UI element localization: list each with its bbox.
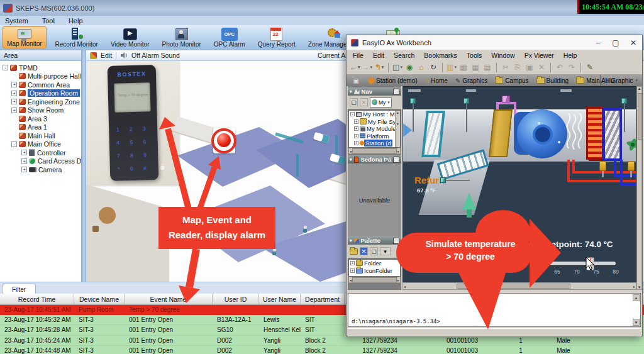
home-icon[interactable]: ⌂ [416,62,426,72]
scope-select[interactable]: My ▾ [370,97,392,108]
col-department[interactable]: Department [301,294,345,304]
tree-item-area-1[interactable]: Area 1 [0,123,81,132]
col-user-id[interactable]: User ID [213,294,259,304]
toolbar-query-report[interactable]: 22 Query Report [254,26,299,48]
save-icon[interactable]: ▦ [458,62,469,72]
workbench-title-bar[interactable]: EasyIO Ax Workbench – ▢ ✕ [347,35,642,50]
crumb-building[interactable]: Building [536,77,569,84]
crumb-home[interactable]: ⌂Home [425,77,448,84]
maximize-button[interactable]: ▢ [607,35,625,50]
paste-icon[interactable]: ▣ [525,62,535,72]
table-row[interactable]: 23-Aug-17 10:44:48 AMSIT-3001 Entry Open… [0,346,644,354]
tree-item-tpmd[interactable]: -TPMD [0,64,81,72]
col-user-name[interactable]: User Name [259,294,301,304]
graphic-hscrollbar[interactable]: ◂▸ [402,282,636,290]
wb-menu-edit[interactable]: Edit [373,52,384,59]
graphic-vscrollbar[interactable]: ▲▼ [636,86,642,290]
back-icon[interactable]: ←▾ [350,62,360,72]
menu-help[interactable]: Help [69,17,83,25]
tree-item-controller[interactable]: +Controller [0,148,81,157]
refresh-icon[interactable]: ↻ [428,62,438,72]
chevron-down-icon[interactable]: ▾ [387,100,390,105]
palette-hscrollbar[interactable]: ◂▸ [348,277,401,283]
tree-item-camera[interactable]: +Camera [0,165,81,174]
nav-item-my-host[interactable]: -My Host : Mar [349,111,400,118]
close-palette-icon[interactable]: ✕ [360,247,368,255]
side-panel-icon[interactable]: ◫▾ [392,62,402,72]
col-event-name[interactable]: Event Name [125,294,213,304]
tree-item-main-hall[interactable]: Main Hall [0,131,81,140]
panel-splitter[interactable] [82,50,86,282]
tree-item-main-office[interactable]: -Main Office [0,140,81,149]
toolbar-opc-alarm[interactable]: OPC OPC Alarm [210,26,249,48]
nav-item-platform[interactable]: +Platform [349,133,400,140]
toolbar-video-monitor[interactable]: Video Monitor [107,26,153,48]
tree-item-operation-room[interactable]: +Operation Room [0,89,81,98]
crumb-campus[interactable]: Campus [495,77,528,84]
remove-icon[interactable]: ✕ [360,98,368,106]
copy-icon[interactable]: ⎘ [513,62,523,72]
console-panel[interactable]: d:\niagara\niagara-3.5.34> ▲ ▼ [348,293,641,327]
palette-section-header[interactable]: ▾ Palette [348,236,401,245]
record-icon[interactable]: ◉ [404,62,414,72]
wb-menu-file[interactable]: File [353,52,364,59]
palette-doc-icon[interactable]: ▢ [370,247,378,255]
wb-menu-search[interactable]: Search [394,52,414,59]
tree-item-common-area[interactable]: +Common Area [0,80,81,89]
wb-menu-bookmarks[interactable]: Bookmarks [424,52,457,59]
delete-icon[interactable]: ✕ [536,62,547,72]
toolbar-record-monitor[interactable]: Record Monitor [52,26,102,48]
close-button[interactable]: ✕ [625,35,642,50]
setpoint-slider-track[interactable] [538,262,616,265]
save-all-icon[interactable]: ▦ [470,62,480,72]
up-icon[interactable]: ↰▾ [374,62,384,72]
toolbar-photo-monitor[interactable]: Photo Monitor [158,26,204,48]
panel-popout-icon[interactable] [393,238,399,244]
crumb-graphics[interactable]: ✎Graphics [455,77,487,84]
col-record-time[interactable]: Record Time [0,294,74,304]
console-scroll-down[interactable]: ▼ [633,319,640,326]
workbench-root-icon[interactable]: ▣ [351,75,361,86]
menu-tool[interactable]: Tool [42,17,55,25]
cut-icon[interactable]: ✂ [501,62,511,72]
toolbar-map-monitor[interactable]: Map Monitor [3,26,47,48]
palette-select[interactable]: ▾ [380,247,391,255]
tree-item-show-room[interactable]: +Show Room [0,106,81,115]
nav-tree-hscrollbar[interactable]: ◂▸ [348,148,401,154]
edit-mode-icon[interactable]: ✎ [585,62,595,72]
sedona-section-header[interactable]: ▾ Sedona Pa [348,155,401,163]
off-alarm-sound-button[interactable]: Off Alarm Sound [131,52,180,59]
palette-item-iconfolder[interactable]: +IconFolder [349,267,400,275]
tree-item-engineering-zone[interactable]: +Engineering Zone [0,97,81,106]
nav-item-station[interactable]: +Station (d [349,140,400,147]
export-icon[interactable]: ▤ [482,62,492,72]
collapse-caret-icon[interactable]: ▾ [350,157,352,162]
menu-system[interactable]: System [5,17,28,25]
tree-item-area-3[interactable]: Area 3 [0,114,81,123]
collapse-caret-icon[interactable]: ▾ [350,238,352,243]
panel-popout-icon[interactable] [393,89,399,95]
tree-item-multi-purpose-hall[interactable]: Multi-purpose Hall [0,72,81,81]
palette-tree[interactable]: +Folder +IconFolder [348,259,401,277]
col-device-name[interactable]: Device Name [74,294,125,304]
minimize-button[interactable]: – [589,35,607,50]
forward-icon[interactable]: →▾ [362,62,373,72]
nav-item-my-module[interactable]: +My Module [349,125,400,133]
crumb-station[interactable]: Station (demo) [369,77,418,84]
edit-button[interactable]: Edit [101,52,112,59]
wb-menu-tools[interactable]: Tools [467,52,482,59]
redo-icon[interactable]: ↷ [567,62,577,72]
nav-item-my-file-system[interactable]: +My File Sys [349,118,400,126]
table-row[interactable]: 23-Aug-17 10:45:24 AMSIT-3001 Entry Open… [0,336,644,346]
wb-menu-px-viewer[interactable]: Px Viewer [525,52,554,59]
wb-menu-help[interactable]: Help [564,52,577,59]
tree-item-card-access-door[interactable]: +Card Access Door [0,157,81,166]
panel-popout-icon[interactable] [393,157,399,163]
open-palette-icon[interactable] [350,248,358,255]
new-item-icon[interactable]: ▢ [350,98,358,106]
undo-icon[interactable]: ↶ [555,62,565,72]
nav-tree[interactable]: -My Host : Mar +My File Sys +My Module +… [348,110,401,148]
collapse-caret-icon[interactable]: ▾ [350,89,352,94]
console-scroll-up[interactable]: ▲ [633,294,640,301]
nav-tree-scrollbar[interactable]: ▲▼ [395,111,400,147]
